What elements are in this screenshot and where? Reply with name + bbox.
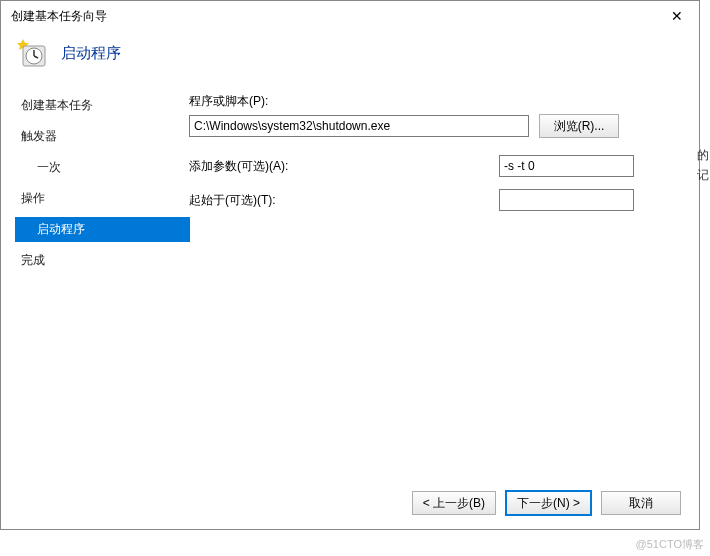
startin-input[interactable] (499, 189, 634, 211)
sidebar-item-finish[interactable]: 完成 (15, 248, 181, 273)
args-field-group: 添加参数(可选)(A): (189, 154, 679, 178)
back-button[interactable]: < 上一步(B) (412, 491, 496, 515)
background-text-fragment: 的 记 (697, 145, 709, 185)
startin-label: 起始于(可选)(T): (189, 192, 499, 209)
next-button[interactable]: 下一步(N) > (506, 491, 591, 515)
wizard-window: 创建基本任务向导 ✕ 启动程序 创建基本任务 触发器 一次 操作 启动程序 完成 (0, 0, 700, 530)
sidebar-item-action[interactable]: 操作 (15, 186, 181, 211)
args-input[interactable] (499, 155, 634, 177)
program-input[interactable] (189, 115, 529, 137)
wizard-sidebar: 创建基本任务 触发器 一次 操作 启动程序 完成 (1, 87, 181, 457)
watermark-text: @51CTO博客 (636, 537, 704, 552)
header-row: 启动程序 (1, 31, 699, 87)
close-button[interactable]: ✕ (657, 2, 697, 30)
cancel-button[interactable]: 取消 (601, 491, 681, 515)
content-row: 创建基本任务 触发器 一次 操作 启动程序 完成 程序或脚本(P): 浏览(R)… (1, 87, 699, 457)
startin-field-group: 起始于(可选)(T): (189, 188, 679, 212)
args-label: 添加参数(可选)(A): (189, 158, 499, 175)
window-title: 创建基本任务向导 (11, 8, 107, 25)
titlebar: 创建基本任务向导 ✕ (1, 1, 699, 31)
close-icon: ✕ (671, 8, 683, 24)
program-label: 程序或脚本(P): (189, 93, 679, 110)
main-panel: 程序或脚本(P): 浏览(R)... 添加参数(可选)(A): 起始于(可选)(… (181, 87, 699, 457)
browse-button[interactable]: 浏览(R)... (539, 114, 619, 138)
sidebar-item-start-program[interactable]: 启动程序 (15, 217, 190, 242)
program-field-group: 程序或脚本(P): 浏览(R)... (189, 93, 679, 138)
sidebar-item-create-basic-task[interactable]: 创建基本任务 (15, 93, 181, 118)
page-title: 启动程序 (61, 44, 121, 63)
wizard-button-row: < 上一步(B) 下一步(N) > 取消 (412, 491, 681, 515)
sidebar-item-once[interactable]: 一次 (15, 155, 181, 180)
sidebar-item-trigger[interactable]: 触发器 (15, 124, 181, 149)
clock-wizard-icon (15, 37, 47, 69)
